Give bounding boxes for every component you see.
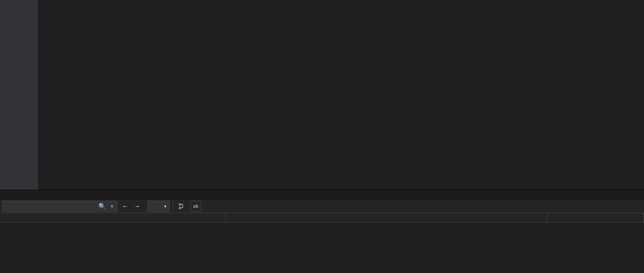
- col-value[interactable]: [226, 213, 547, 222]
- locals-table: [0, 213, 644, 273]
- col-type[interactable]: [547, 213, 644, 222]
- dropdown-icon[interactable]: ▾: [107, 201, 117, 211]
- depth-selector[interactable]: ▾: [148, 201, 170, 212]
- search-icon[interactable]: 🔍: [97, 201, 107, 211]
- filter-ab-button[interactable]: ab: [190, 201, 201, 212]
- code-area[interactable]: [38, 0, 644, 190]
- nav-back-icon[interactable]: ←: [120, 202, 130, 211]
- chevron-down-icon: ▾: [164, 203, 167, 210]
- breakpoint-gutter[interactable]: [0, 0, 14, 190]
- code-editor[interactable]: [0, 0, 644, 190]
- col-name[interactable]: [0, 213, 226, 222]
- marker-gutter: [32, 0, 38, 190]
- table-header: [0, 213, 644, 223]
- locals-toolbar: 🔍 ▾ ← → ▾ ab: [0, 200, 644, 213]
- search-box[interactable]: 🔍 ▾: [2, 201, 117, 212]
- nav-forward-icon[interactable]: →: [133, 202, 142, 211]
- line-number-gutter: [14, 0, 32, 190]
- search-input[interactable]: [3, 203, 97, 210]
- expand-tree-button[interactable]: [176, 201, 187, 212]
- panel-title: [0, 190, 644, 200]
